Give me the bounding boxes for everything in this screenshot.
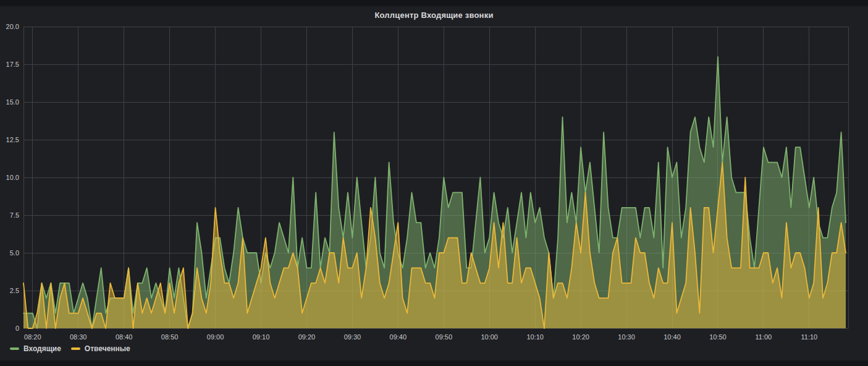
x-tick-label: 10:20 bbox=[572, 333, 589, 341]
y-tick-label: 17.5 bbox=[6, 61, 19, 68]
x-tick-label: 09:40 bbox=[390, 333, 407, 341]
y-tick-label: 12.5 bbox=[6, 136, 19, 143]
legend-item-answered[interactable]: Отвеченные bbox=[71, 344, 130, 353]
x-tick-label: 09:10 bbox=[253, 333, 270, 341]
incoming-series-swatch-icon bbox=[10, 347, 19, 350]
answered-series-swatch-icon bbox=[71, 347, 80, 350]
y-tick-label: 20.0 bbox=[6, 23, 19, 30]
y-tick-label: 7.5 bbox=[10, 211, 19, 219]
legend-item-incoming[interactable]: Входящие bbox=[10, 344, 61, 353]
x-tick-label: 08:50 bbox=[161, 333, 179, 341]
x-tick-label: 08:20 bbox=[24, 333, 41, 341]
x-tick-label: 10:10 bbox=[526, 333, 544, 341]
x-tick-label: 11:10 bbox=[801, 333, 817, 341]
x-tick-label: 11:00 bbox=[756, 333, 772, 341]
x-tick-label: 08:40 bbox=[116, 333, 133, 341]
legend-label-answered: Отвеченные bbox=[85, 344, 130, 353]
legend-label-incoming: Входящие bbox=[23, 344, 61, 353]
x-tick-label: 08:30 bbox=[70, 333, 87, 341]
chart-legend: Входящие Отвеченные bbox=[10, 344, 130, 353]
x-tick-label: 10:40 bbox=[664, 333, 681, 341]
y-tick-label: 15.0 bbox=[6, 98, 19, 106]
time-series-chart: 02.55.07.510.012.515.017.520.008:2008:30… bbox=[0, 0, 868, 366]
x-tick-label: 10:00 bbox=[481, 333, 498, 341]
x-tick-label: 09:00 bbox=[207, 333, 224, 341]
x-tick-label: 09:20 bbox=[298, 333, 316, 341]
x-tick-label: 10:50 bbox=[709, 333, 727, 341]
x-tick-label: 09:30 bbox=[344, 333, 361, 341]
y-tick-label: 5.0 bbox=[10, 249, 19, 257]
y-tick-label: 2.5 bbox=[10, 287, 19, 294]
y-tick-label: 10.0 bbox=[6, 174, 19, 181]
x-tick-label: 10:30 bbox=[618, 333, 635, 341]
x-tick-label: 09:50 bbox=[436, 333, 453, 341]
plot-area[interactable] bbox=[23, 27, 848, 328]
y-tick-label: 0 bbox=[15, 325, 19, 332]
